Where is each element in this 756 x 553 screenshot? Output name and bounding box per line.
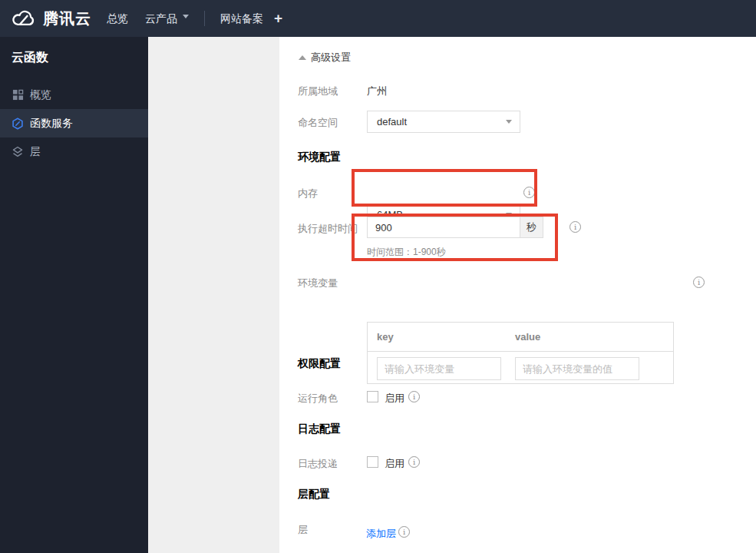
sidebar-item-function-service[interactable]: 函数服务 (0, 109, 148, 137)
memory-info-icon[interactable]: i (523, 187, 535, 198)
add-layer-link[interactable]: 添加层 (366, 527, 396, 541)
timeout-range-hint: 时间范围：1-900秒 (367, 246, 446, 259)
chevron-down-icon (183, 15, 189, 22)
memory-label: 内存 (298, 187, 318, 200)
sidebar-item-layers[interactable]: 层 (0, 137, 148, 166)
sidebar-item-label: 层 (30, 145, 41, 159)
top-navbar: 腾讯云 总览 云产品 网站备案 + (0, 0, 756, 37)
log-delivery-label: 日志投递 (298, 457, 338, 471)
advanced-settings-toggle[interactable]: 高级设置 (299, 51, 351, 65)
env-key-input[interactable] (377, 357, 501, 380)
secondary-panel (148, 37, 279, 553)
timeout-input[interactable] (367, 217, 520, 238)
advanced-settings-label: 高级设置 (311, 51, 351, 65)
nav-item-label: 总览 (107, 12, 128, 25)
region-label: 所属地域 (298, 84, 338, 98)
navbar-divider (204, 11, 205, 26)
region-value: 广州 (367, 84, 387, 98)
layer-label: 层 (298, 523, 308, 537)
table-divider (368, 351, 673, 352)
timeout-label: 执行超时时间 (298, 222, 358, 236)
tencent-cloud-logo[interactable]: 腾讯云 (11, 0, 91, 37)
env-key-header: key (377, 323, 394, 351)
tencent-cloud-console: 腾讯云 总览 云产品 网站备案 + 云函数 概览 (0, 0, 756, 553)
run-role-enable-label[interactable]: 启用 (385, 392, 404, 406)
log-delivery-enable-checkbox[interactable] (367, 456, 378, 468)
env-config-section-title: 环境配置 (298, 151, 341, 164)
cloud-logo-icon (11, 9, 36, 28)
log-delivery-enable-label[interactable]: 启用 (385, 457, 404, 471)
function-config-form: 高级设置 所属地域 广州 命名空间 default 环境配置 内存 64MB i… (279, 37, 756, 553)
hexagon-function-icon (12, 118, 24, 130)
namespace-selected-value: default (377, 111, 407, 132)
layers-icon (12, 146, 24, 158)
env-value-header: value (515, 323, 540, 351)
run-role-info-icon[interactable]: i (408, 391, 420, 402)
run-role-label: 运行角色 (298, 392, 338, 406)
timeout-unit-suffix: 秒 (520, 217, 543, 238)
plus-icon: + (274, 10, 282, 26)
log-delivery-info-icon[interactable]: i (408, 456, 420, 468)
nav-item-label: 云产品 (145, 12, 177, 25)
timeout-info-icon[interactable]: i (569, 221, 581, 233)
logo-text: 腾讯云 (43, 8, 91, 29)
sidebar-item-label: 函数服务 (30, 117, 73, 131)
nav-item-overview[interactable]: 总览 (107, 0, 128, 37)
add-layer-info-icon[interactable]: i (398, 526, 410, 538)
layer-section-title: 层配置 (298, 488, 330, 502)
nav-item-cloud-products[interactable]: 云产品 (145, 0, 189, 37)
sidebar-item-label: 概览 (30, 88, 51, 102)
perm-section-title: 权限配置 (298, 357, 341, 371)
namespace-select[interactable]: default (367, 111, 520, 133)
log-section-title: 日志配置 (298, 422, 341, 436)
run-role-enable-checkbox[interactable] (367, 391, 378, 402)
env-vars-table: key value (367, 322, 674, 384)
grid-icon (12, 89, 24, 101)
chevron-down-icon (506, 120, 512, 127)
env-vars-info-icon[interactable]: i (693, 276, 705, 288)
collapse-triangle-icon (299, 51, 306, 60)
sidebar: 云函数 概览 函数服务 (0, 37, 148, 553)
sidebar-title: 云函数 (12, 50, 48, 66)
nav-item-label: 网站备案 (220, 12, 263, 25)
env-vars-label: 环境变量 (298, 276, 338, 290)
sidebar-item-overview[interactable]: 概览 (0, 81, 148, 109)
env-value-input[interactable] (515, 357, 639, 380)
nav-item-icp-filing[interactable]: 网站备案 (220, 0, 263, 37)
highlight-box-memory (352, 169, 537, 207)
nav-add-tab-button[interactable]: + (274, 0, 282, 37)
namespace-label: 命名空间 (298, 116, 338, 130)
